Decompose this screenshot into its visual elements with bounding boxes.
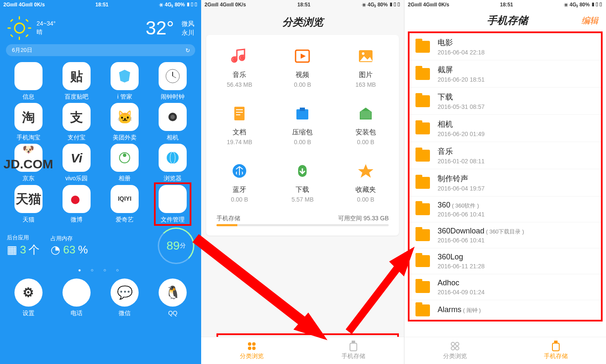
svg-rect-40 xyxy=(552,343,559,351)
svg-point-36 xyxy=(455,342,459,346)
folder-item[interactable]: 360Download ( 360下载目录 )2016-06-06 10:41 xyxy=(410,222,601,248)
folder-list: 电影2016-06-04 22:18截屏2016-06-20 18:51下载20… xyxy=(408,31,603,321)
category-icon xyxy=(356,161,376,181)
svg-point-7 xyxy=(123,154,126,157)
svg-point-37 xyxy=(451,347,455,350)
status-bar: 2Gıııll 4Gıııll 0K/s 18:51 ⚹ 4G₂ 80% ▮▯▯ xyxy=(404,0,606,9)
app-tmall[interactable]: 天猫天猫 xyxy=(7,185,50,223)
category-icon xyxy=(356,103,376,124)
current-temp: 32° xyxy=(145,17,174,39)
battery-text: ⚹ 4G₂ 80% ▮▯▯ xyxy=(159,2,198,8)
free-space: 可用空间 95.33 GB xyxy=(338,215,389,222)
app-imanager[interactable]: i 管家 xyxy=(103,62,146,100)
app-vivo[interactable]: Vivivo乐园 xyxy=(55,144,98,182)
category-0[interactable]: 音乐56.43 MB xyxy=(208,38,271,96)
edit-button[interactable]: 编辑 xyxy=(581,15,598,26)
folder-item[interactable]: Adhoc2016-04-09 01:24 xyxy=(410,274,601,300)
signal-text: 2Gıııll 4Gıııll 0K/s xyxy=(3,2,45,8)
category-6[interactable]: 蓝牙0.00 B xyxy=(208,153,271,210)
arrow-icon xyxy=(340,230,425,340)
bottom-tabs: 分类浏览 手机存储 xyxy=(404,337,606,364)
svg-point-14 xyxy=(233,57,237,62)
home-screen: 2Gıııll 4Gıııll 0K/s 18:51 ⚹ 4G₂ 80% ▮▯▯… xyxy=(0,0,201,364)
category-icon xyxy=(356,46,376,66)
svg-point-15 xyxy=(240,56,245,60)
svg-rect-34 xyxy=(350,343,357,351)
status-bar: 2Gıııll 4Gıııll 0K/s 18:51 ⚹ 4G₂ 80% ▮▯▯ xyxy=(0,0,201,9)
memory-widget[interactable]: 占用内存 ◔ 63% xyxy=(51,235,88,256)
dock-phone[interactable]: ✆电话 xyxy=(55,279,98,317)
category-icon xyxy=(292,103,313,124)
folder-icon xyxy=(415,177,430,189)
folder-icon xyxy=(415,41,430,53)
category-7[interactable]: 下载5.57 MB xyxy=(271,153,334,210)
app-iqiyi[interactable]: IQIYI爱奇艺 xyxy=(103,185,146,223)
weather-widget[interactable]: 24~34° 晴 32° 微风 永川 xyxy=(0,9,201,44)
svg-point-8 xyxy=(167,152,179,164)
clock-text: 18:51 xyxy=(95,2,108,8)
folder-icon xyxy=(415,68,430,80)
arrow-icon xyxy=(183,230,344,349)
app-browser[interactable]: 浏览器 xyxy=(151,144,194,182)
svg-marker-17 xyxy=(301,54,306,59)
folder-item[interactable]: 360 ( 360软件 )2016-06-06 10:41 xyxy=(410,196,601,222)
weather-desc: 晴 xyxy=(37,28,56,37)
svg-point-35 xyxy=(451,342,455,346)
usb-icon xyxy=(505,341,606,352)
refresh-icon[interactable]: ↻ xyxy=(185,47,190,54)
app-messages[interactable]: 信息 xyxy=(7,62,50,100)
app-file-manager[interactable]: 文件管理 xyxy=(151,185,194,223)
app-grid: 信息 贴百度贴吧 i 管家 闹钟时钟 淘手机淘宝 支支付宝 🐱美团外卖 相机 🐶… xyxy=(0,60,201,223)
category-4[interactable]: 压缩包0.00 B xyxy=(271,96,334,153)
folder-item[interactable]: 相机2016-06-20 01:49 xyxy=(410,115,601,142)
folder-icon xyxy=(415,150,430,162)
app-album[interactable]: 相册 xyxy=(103,144,146,182)
highlight-box-icon xyxy=(154,182,191,226)
category-8[interactable]: 收藏夹0.00 B xyxy=(334,153,397,210)
app-tieba[interactable]: 贴百度贴吧 xyxy=(55,62,98,100)
folder-item[interactable]: 电影2016-06-04 22:18 xyxy=(410,33,601,60)
date-text: 6月20日 xyxy=(12,46,32,54)
svg-rect-25 xyxy=(300,108,305,111)
svg-point-38 xyxy=(455,347,459,350)
dock: ⚙设置 ✆电话 💬微信 🐧QQ xyxy=(0,276,201,323)
page-title: 手机存储 xyxy=(433,14,581,27)
wind-text: 微风 xyxy=(182,19,194,28)
grid-icon xyxy=(404,341,505,352)
svg-rect-20 xyxy=(234,107,245,120)
dock-settings[interactable]: ⚙设置 xyxy=(7,279,50,317)
page-title: 分类浏览 xyxy=(201,9,404,35)
dock-wechat[interactable]: 💬微信 xyxy=(103,279,146,317)
folder-item[interactable]: 下载2016-05-31 08:57 xyxy=(410,88,601,115)
app-weibo[interactable]: 微博 xyxy=(55,185,98,223)
svg-rect-23 xyxy=(236,114,240,115)
app-meituan[interactable]: 🐱美团外卖 xyxy=(103,103,146,141)
folder-item[interactable]: 制作铃声2016-06-04 19:57 xyxy=(410,169,601,196)
svg-point-5 xyxy=(171,115,175,119)
app-camera[interactable]: 相机 xyxy=(151,103,194,141)
date-pill[interactable]: 6月20日 ↻ xyxy=(6,44,195,56)
temp-range: 24~34° xyxy=(37,20,56,28)
tab-categories[interactable]: 分类浏览 xyxy=(404,337,505,364)
folder-item[interactable]: 音乐2016-01-02 08:11 xyxy=(410,142,601,169)
app-taobao[interactable]: 淘手机淘宝 xyxy=(7,103,50,141)
bg-apps-widget[interactable]: 后台应用 ▦ 3个 xyxy=(7,234,40,257)
category-icon xyxy=(292,161,313,181)
category-icon xyxy=(229,103,250,124)
category-5[interactable]: 安装包0.00 B xyxy=(334,96,397,153)
folder-icon xyxy=(415,203,430,215)
app-alipay[interactable]: 支支付宝 xyxy=(55,103,98,141)
app-clock[interactable]: 闹钟时钟 xyxy=(151,62,194,100)
storage-bar xyxy=(216,224,389,226)
category-1[interactable]: 视频0.00 B xyxy=(271,38,334,96)
folder-item[interactable]: 截屏2016-06-20 18:51 xyxy=(410,60,601,88)
widgets-row: 后台应用 ▦ 3个 占用内存 ◔ 63% 89分 xyxy=(0,226,201,265)
category-icon xyxy=(229,161,250,181)
folder-item[interactable]: 360Log2016-06-11 21:28 xyxy=(410,248,601,274)
svg-rect-26 xyxy=(361,111,371,119)
app-jd[interactable]: 🐶JD.COM京东 xyxy=(7,144,50,182)
tab-storage[interactable]: 手机存储 xyxy=(505,337,606,364)
category-3[interactable]: 文档19.74 MB xyxy=(208,96,271,153)
category-2[interactable]: 图片163 MB xyxy=(334,38,397,96)
folder-item[interactable]: Alarms ( 闹钟 ) xyxy=(410,300,601,321)
